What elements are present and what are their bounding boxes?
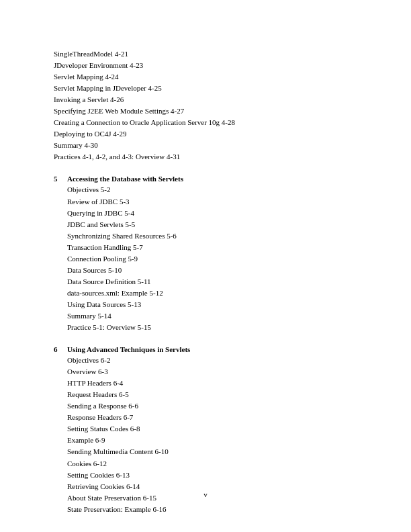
section-6: 6 Using Advanced Techniques in Servlets … [54,345,357,515]
page: SingleThreadModel 4-21 JDeveloper Enviro… [0,0,411,532]
entry-5-synchronizing: Synchronizing Shared Resources 5-6 [67,230,357,242]
entry-5-objectives: Objectives 5-2 [67,184,357,195]
entry-servlet-mapping-jdev: Servlet Mapping in JDeveloper 4-25 [54,83,357,94]
entry-creating-connection: Creating a Connection to Oracle Applicat… [54,117,357,128]
section-5-entries: Objectives 5-2 Review of JDBC 5-3 Queryi… [54,184,357,333]
entry-6-cookies: Cookies 6-12 [67,458,357,470]
section-6-header: 6 Using Advanced Techniques in Servlets [54,345,357,353]
section-5-header: 5 Accessing the Database with Servlets [54,175,357,183]
entry-6-overview: Overview 6-3 [67,366,357,378]
prev-section-entries: SingleThreadModel 4-21 JDeveloper Enviro… [54,48,357,163]
entry-5-data-sources-xml: data-sources.xml: Example 5-12 [67,287,357,299]
page-footer: v [0,490,411,498]
entry-servlet-mapping: Servlet Mapping 4-24 [54,71,357,83]
entry-invoking-servlet: Invoking a Servlet 4-26 [54,94,357,105]
entry-5-connection-pooling: Connection Pooling 5-9 [67,253,357,265]
entry-5-review-jdbc: Review of JDBC 5-3 [67,196,357,208]
entry-singlethreadmodel: SingleThreadModel 4-21 [54,48,357,60]
entry-jdeveloper-env: JDeveloper Environment 4-23 [54,60,357,71]
entry-6-multimedia: Sending Multimedia Content 6-10 [67,446,357,457]
entry-5-querying-jdbc: Querying in JDBC 5-4 [67,208,357,219]
entry-deploying-oc4j: Deploying to OC4J 4-29 [54,128,357,140]
entry-6-state-preservation-example: State Preservation: Example 6-16 [67,504,357,515]
page-number: v [203,490,208,498]
section-6-number: 6 [54,345,63,353]
section-5-title: Accessing the Database with Servlets [67,175,183,183]
entry-6-response-headers: Response Headers 6-7 [67,412,357,423]
entry-5-data-sources: Data Sources 5-10 [67,265,357,276]
entry-5-practice: Practice 5-1: Overview 5-15 [67,322,357,333]
entry-6-example: Example 6-9 [67,435,357,446]
entry-5-data-source-def: Data Source Definition 5-11 [67,276,357,287]
entry-specifying-j2ee: Specifying J2EE Web Module Settings 4-27 [54,105,357,117]
entry-6-setting-status: Setting Status Codes 6-8 [67,423,357,435]
section-5-number: 5 [54,175,63,183]
entry-6-objectives: Objectives 6-2 [67,355,357,366]
entry-5-summary: Summary 5-14 [67,310,357,322]
entry-6-request-headers: Request Headers 6-5 [67,389,357,400]
entry-6-http-headers: HTTP Headers 6-4 [67,378,357,389]
entry-5-using-data-sources: Using Data Sources 5-13 [67,299,357,310]
entry-5-jdbc-servlets: JDBC and Servlets 5-5 [67,219,357,230]
entry-6-sending-response: Sending a Response 6-6 [67,400,357,412]
entry-practices-4: Practices 4-1, 4-2, and 4-3: Overview 4-… [54,151,357,163]
entry-6-setting-cookies: Setting Cookies 6-13 [67,470,357,481]
section-6-title: Using Advanced Techniques in Servlets [67,345,190,353]
entry-summary-4-30: Summary 4-30 [54,140,357,151]
section-5: 5 Accessing the Database with Servlets O… [54,175,357,333]
entry-5-transaction-handling: Transaction Handling 5-7 [67,242,357,253]
